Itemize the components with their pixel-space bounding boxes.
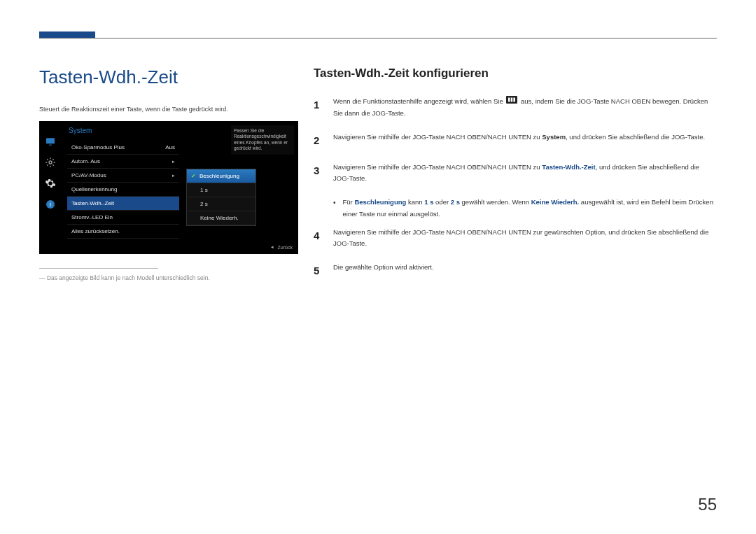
svg-point-2 [49,161,52,164]
osd-item-led: Stromv.-LED Ein [67,211,179,225]
page-number: 55 [698,495,717,514]
svg-rect-7 [511,98,513,102]
step-number: 4 [314,227,323,249]
step-number: 2 [314,132,323,150]
step-body: Navigieren Sie mithilfe der JOG-Taste NA… [333,162,717,184]
back-arrow-icon: ◂ [271,244,274,250]
osd-item-pcav: PC/AV-Modus▸ [67,169,179,183]
osd-item-source: Quellenerkennung [67,183,179,197]
osd-menu-list: Öko-Sparmodus PlusAus Autom. Aus▸ PC/AV-… [67,141,179,239]
svg-rect-1 [49,145,52,146]
step-1: 1 Wenn die Funktionstastenhilfe angezeig… [314,96,717,119]
top-divider [39,38,717,38]
osd-back-button: ◂ Zurück [271,244,293,250]
osd-item-autooff: Autom. Aus▸ [67,155,179,169]
osd-sidebar: i [39,121,62,254]
svg-rect-6 [508,98,510,102]
section-heading: Tasten-Wdh.-Zeit [39,66,298,88]
monitor-icon [44,135,57,148]
svg-text:i: i [50,201,51,208]
footnote: ― Das angezeigte Bild kann je nach Model… [39,274,298,281]
step-number: 3 [314,162,323,184]
osd-submenu: ✔Beschleunigung 1 s 2 s Keine Wiederh. [186,169,256,226]
options-icon [44,156,57,169]
check-icon: ✔ [191,173,196,179]
step-5: 5 Die gewählte Option wird aktiviert. [314,262,717,280]
step-number: 1 [314,96,323,119]
step-3: 3 Navigieren Sie mithilfe der JOG-Taste … [314,162,717,184]
step-2: 2 Navigieren Sie mithilfe der JOG-Taste … [314,132,717,150]
osd-item-reset: Alles zurücksetzen. [67,225,179,239]
top-tab-marker [39,31,95,38]
step-number: 5 [314,262,323,280]
osd-hint-text: Passen Sie die Reaktionsgeschwindigkeit … [231,125,294,155]
step-body: Navigieren Sie mithilfe der JOG-Taste NA… [333,227,717,249]
svg-rect-0 [46,138,55,143]
right-column: Tasten-Wdh.-Zeit konfigurieren 1 Wenn di… [314,66,717,293]
osd-sub-norepeat: Keine Wiederh. [187,211,255,225]
step-body: Die gewählte Option wird aktiviert. [333,262,717,280]
bullet-body: Für Beschleunigung kann 1 s oder 2 s gew… [343,197,717,219]
footnote-divider [39,268,158,269]
step-body: Wenn die Funktionstastenhilfe angezeigt … [333,96,717,119]
step-3-bullet: • Für Beschleunigung kann 1 s oder 2 s g… [333,197,717,219]
configure-heading: Tasten-Wdh.-Zeit konfigurieren [314,66,717,80]
svg-rect-8 [514,98,516,102]
gear-icon [44,177,57,190]
step-body: Navigieren Sie mithilfe der JOG-Taste NA… [333,132,717,150]
info-icon: i [44,198,57,211]
osd-sub-acceleration: ✔Beschleunigung [187,169,255,183]
osd-menu-title: System [69,127,92,134]
osd-screenshot: i System Öko-Sparmodus PlusAus Autom. Au… [39,121,298,254]
step-4: 4 Navigieren Sie mithilfe der JOG-Taste … [314,227,717,249]
left-column: Tasten-Wdh.-Zeit Steuert die Reaktionsze… [39,66,298,281]
section-description: Steuert die Reaktionszeit einer Taste, w… [39,106,298,113]
osd-sub-1s: 1 s [187,183,255,197]
menu-icon [506,96,517,107]
bullet-dot-icon: • [333,197,336,219]
osd-item-eco: Öko-Sparmodus PlusAus [67,141,179,155]
osd-sub-2s: 2 s [187,197,255,211]
osd-item-key-repeat: Tasten-Wdh.-Zeit [67,197,179,211]
